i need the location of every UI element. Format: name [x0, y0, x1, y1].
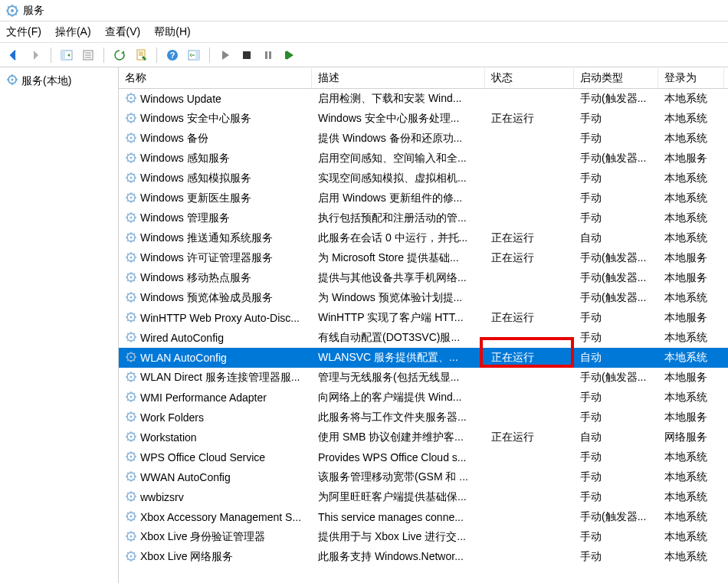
- service-logon-cell: 本地系统: [658, 210, 724, 227]
- service-name-cell: Windows 管理服务: [119, 210, 312, 228]
- service-logon-cell: 本地系统: [658, 489, 724, 506]
- svg-point-23: [130, 156, 133, 159]
- service-logon-cell: 本地系统: [658, 90, 724, 107]
- service-status-cell: [485, 536, 574, 539]
- service-row[interactable]: Windows 许可证管理器服务为 Microsoft Store 提供基础..…: [119, 248, 728, 268]
- service-name-cell: Windows 推送通知系统服务: [119, 230, 312, 247]
- service-row[interactable]: Work Folders此服务将与工作文件夹服务器...手动本地服务: [119, 408, 728, 427]
- gear-icon: [125, 490, 137, 505]
- svg-point-25: [130, 176, 133, 179]
- svg-point-1: [11, 9, 14, 12]
- service-name-cell: wwbizsrv: [119, 489, 312, 506]
- service-row[interactable]: Wired AutoConfig有线自动配置(DOT3SVC)服...手动本地系…: [119, 328, 728, 348]
- forward-button[interactable]: [26, 46, 44, 64]
- service-row[interactable]: Xbox Accessory Management S...This servi…: [119, 507, 728, 527]
- service-desc-cell: 为 Microsoft Store 提供基础...: [312, 250, 485, 267]
- back-button[interactable]: [5, 46, 23, 64]
- service-status-cell: [485, 416, 574, 419]
- svg-rect-10: [243, 51, 251, 59]
- service-row[interactable]: Windows 推送通知系统服务此服务在会话 0 中运行，并托...正在运行自动…: [119, 228, 728, 248]
- service-status-cell: [485, 97, 574, 100]
- service-name: Windows 移动热点服务: [140, 271, 251, 285]
- service-name-cell: WLAN AutoConfig: [119, 349, 312, 367]
- service-desc-cell: Windows 安全中心服务处理...: [312, 110, 485, 127]
- service-name-cell: Windows 预览体验成员服务: [119, 290, 312, 307]
- service-row[interactable]: Windows 移动热点服务提供与其他设备共享手机网络...手动(触发器...本…: [119, 268, 728, 288]
- service-name-cell: Wired AutoConfig: [119, 329, 312, 347]
- show-hide-action-pane-button[interactable]: [185, 46, 203, 64]
- menu-view[interactable]: 查看(V): [105, 25, 141, 39]
- menu-file[interactable]: 文件(F): [6, 25, 41, 39]
- service-row[interactable]: Windows 更新医生服务启用 Windows 更新组件的修...手动本地系统: [119, 188, 728, 208]
- service-logon-cell: 本地服务: [658, 310, 724, 326]
- service-row[interactable]: Windows 安全中心服务Windows 安全中心服务处理...正在运行手动本…: [119, 109, 728, 129]
- service-row[interactable]: Workstation使用 SMB 协议创建并维护客...正在运行自动网络服务: [119, 427, 728, 447]
- properties-button[interactable]: [132, 46, 150, 64]
- svg-point-63: [130, 555, 133, 557]
- service-row[interactable]: WinHTTP Web Proxy Auto-Disc...WinHTTP 实现…: [119, 308, 728, 328]
- service-name: Xbox Accessory Management S...: [140, 511, 301, 523]
- service-startup-cell: 手动(触发器...: [574, 509, 658, 526]
- service-logon-cell: 本地服务: [658, 369, 724, 386]
- start-service-button[interactable]: [216, 46, 234, 64]
- service-name-cell: Windows 许可证管理器服务: [119, 250, 312, 267]
- refresh-button[interactable]: [110, 46, 129, 64]
- column-header-status[interactable]: 状态: [485, 68, 574, 88]
- service-row[interactable]: Windows 感知服务启用空间感知、空间输入和全...手动(触发器...本地服…: [119, 149, 728, 169]
- gear-icon: [125, 411, 137, 425]
- service-name: Windows 管理服务: [140, 211, 230, 225]
- service-status-cell: [485, 137, 574, 140]
- svg-point-19: [130, 116, 133, 119]
- service-row[interactable]: WMI Performance Adapter向网络上的客户端提供 Wind..…: [119, 388, 728, 408]
- service-desc-cell: This service manages conne...: [312, 509, 485, 525]
- gear-icon: [125, 152, 137, 166]
- svg-point-41: [130, 336, 133, 338]
- service-desc-cell: Provides WPS Office Cloud s...: [312, 450, 485, 465]
- service-logon-cell: 本地系统: [658, 449, 724, 466]
- menu-action[interactable]: 操作(A): [55, 25, 91, 39]
- column-header-description[interactable]: 描述: [312, 68, 485, 88]
- service-row[interactable]: WWAN AutoConfig该服务管理移动宽带(GSM 和 ...手动本地系统: [119, 467, 728, 487]
- column-header-logon-as[interactable]: 登录为: [658, 68, 724, 88]
- service-name: Xbox Live 身份验证管理器: [140, 530, 265, 544]
- stop-service-button[interactable]: [238, 46, 256, 64]
- service-row[interactable]: Windows Update启用检测、下载和安装 Wind...手动(触发器..…: [119, 89, 728, 109]
- service-status-cell: [485, 555, 574, 558]
- service-row[interactable]: Xbox Live 网络服务此服务支持 Windows.Networ...手动本…: [119, 547, 728, 567]
- service-logon-cell: 本地服务: [658, 270, 724, 287]
- menu-help[interactable]: 帮助(H): [154, 25, 190, 39]
- show-hide-tree-button[interactable]: [57, 46, 76, 64]
- service-logon-cell: 本地系统: [658, 389, 724, 406]
- service-row[interactable]: Xbox Live 身份验证管理器提供用于与 Xbox Live 进行交...手…: [119, 527, 728, 547]
- tree-root-services-local[interactable]: 服务(本地): [3, 72, 115, 90]
- toolbar-separator: [209, 47, 210, 63]
- svg-point-17: [130, 97, 133, 99]
- window-title: 服务: [23, 4, 44, 18]
- service-row[interactable]: Windows 备份提供 Windows 备份和还原功...手动本地系统: [119, 129, 728, 149]
- service-row[interactable]: WLAN AutoConfigWLANSVC 服务提供配置、...正在运行自动本…: [119, 348, 728, 368]
- help-button[interactable]: ?: [163, 46, 182, 64]
- gear-icon: [125, 311, 137, 326]
- service-row[interactable]: Windows 管理服务执行包括预配和注册活动的管...手动本地系统: [119, 208, 728, 228]
- gear-icon: [125, 172, 137, 186]
- service-row[interactable]: WLAN Direct 服务连接管理器服...管理与无线服务(包括无线显...手…: [119, 368, 728, 388]
- service-logon-cell: 本地系统: [658, 509, 724, 526]
- service-row[interactable]: Windows 预览体验成员服务为 Windows 预览体验计划提...手动(触…: [119, 288, 728, 308]
- column-header-name[interactable]: 名称: [119, 68, 312, 88]
- service-name: Xbox Live 网络服务: [140, 550, 233, 564]
- service-row[interactable]: WPS Office Cloud ServiceProvides WPS Off…: [119, 447, 728, 467]
- service-desc-cell: 使用 SMB 协议创建并维护客...: [312, 429, 485, 446]
- service-name-cell: Xbox Accessory Management S...: [119, 509, 312, 526]
- export-list-button[interactable]: [79, 46, 97, 64]
- pause-service-button[interactable]: [259, 46, 277, 64]
- service-row[interactable]: Windows 感知模拟服务实现空间感知模拟、虚拟相机...手动本地系统: [119, 169, 728, 188]
- column-header-startup-type[interactable]: 启动类型: [574, 68, 658, 88]
- titlebar: 服务: [0, 0, 728, 21]
- service-row[interactable]: wwbizsrv为阿里旺旺客户端提供基础保...手动本地系统: [119, 487, 728, 507]
- service-startup-cell: 手动(触发器...: [574, 250, 658, 267]
- restart-service-button[interactable]: [280, 46, 299, 64]
- list-body[interactable]: Windows Update启用检测、下载和安装 Wind...手动(触发器..…: [119, 89, 728, 583]
- svg-rect-9: [195, 51, 199, 60]
- service-status-cell: [485, 496, 574, 499]
- gear-icon: [125, 112, 137, 126]
